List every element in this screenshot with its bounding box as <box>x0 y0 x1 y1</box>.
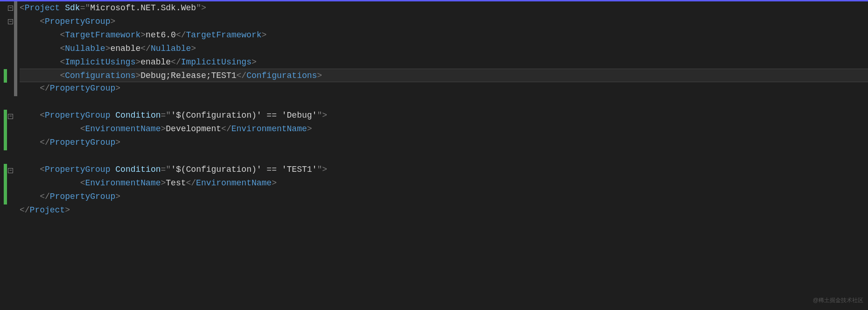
outline-track <box>14 1 17 96</box>
change-indicator <box>4 69 7 83</box>
fold-toggle-icon[interactable]: − <box>8 19 13 24</box>
code-line[interactable]: </PropertyGroup> <box>20 136 868 149</box>
code-line[interactable]: </PropertyGroup> <box>20 82 868 95</box>
code-editor[interactable]: −−−− <Project Sdk="Microsoft.NET.Sdk.Web… <box>0 0 868 310</box>
code-line[interactable]: <Nullable>enable</Nullable> <box>20 42 868 56</box>
code-line[interactable]: </PropertyGroup> <box>20 190 868 204</box>
change-indicator <box>4 164 7 204</box>
code-line[interactable]: <ImplicitUsings>enable</ImplicitUsings> <box>20 56 868 69</box>
code-area[interactable]: <Project Sdk="Microsoft.NET.Sdk.Web"> <P… <box>20 1 868 310</box>
code-line[interactable] <box>20 95 868 109</box>
watermark-label: @稀土掘金技术社区 <box>813 294 863 307</box>
code-line[interactable]: <PropertyGroup Condition="'$(Configurati… <box>20 163 868 176</box>
code-line[interactable]: <TargetFramework>net6.0</TargetFramework… <box>20 28 868 42</box>
code-line[interactable]: <Configurations>Debug;Release;TEST1</Con… <box>20 69 868 82</box>
code-line[interactable]: <PropertyGroup Condition="'$(Configurati… <box>20 109 868 122</box>
fold-toggle-icon[interactable]: − <box>8 6 13 11</box>
gutter: −−−− <box>0 1 20 310</box>
code-line[interactable]: <EnvironmentName>Test</EnvironmentName> <box>20 176 868 190</box>
fold-toggle-icon[interactable]: − <box>8 114 13 119</box>
code-line[interactable]: <Project Sdk="Microsoft.NET.Sdk.Web"> <box>20 1 868 15</box>
code-line[interactable]: </Project> <box>20 204 868 217</box>
code-line[interactable] <box>20 149 868 163</box>
code-line[interactable]: <PropertyGroup> <box>20 15 868 28</box>
change-indicator <box>4 110 7 150</box>
code-line[interactable]: <EnvironmentName>Development</Environmen… <box>20 122 868 136</box>
fold-toggle-icon[interactable]: − <box>8 168 13 173</box>
